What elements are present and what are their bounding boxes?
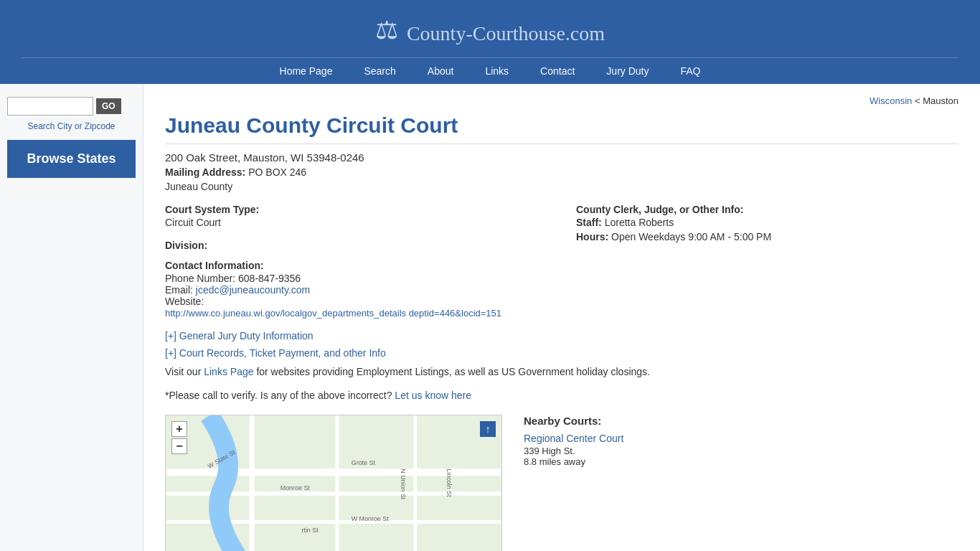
jury-duty-link[interactable]: [+] General Jury Duty Information: [165, 330, 958, 342]
nearby-court-0-distance: 8.8 miles away: [524, 456, 958, 467]
county-name: Juneau County: [165, 181, 958, 192]
staff-label: Staff:: [576, 217, 602, 228]
breadcrumb-city: Mauston: [923, 95, 958, 106]
email-line: Email: jcedc@juneaucounty.com: [165, 284, 547, 296]
svg-text:W Monroe St: W Monroe St: [352, 515, 389, 522]
mailing-address: Mailing Address: PO BOX 246: [165, 166, 958, 178]
map-zoom-in-button[interactable]: +: [171, 421, 187, 437]
court-title: Juneau County Circuit Court: [165, 113, 958, 144]
links-page-link[interactable]: Links Page: [204, 366, 253, 377]
nav-search[interactable]: Search: [348, 58, 411, 84]
go-button[interactable]: GO: [96, 98, 121, 114]
info-left: Court System Type: Circuit Court Divisio…: [165, 204, 547, 319]
site-header: ⚖ County-Courthouse.com Home Page Search…: [0, 0, 980, 84]
nav-contact[interactable]: Contact: [524, 58, 590, 84]
map-svg: W State St Monroe St W Monroe St N Union…: [166, 415, 501, 551]
svg-text:rtin St: rtin St: [301, 527, 319, 534]
mailing-value: PO BOX 246: [248, 166, 306, 178]
main-layout: GO Search City or Zipcode Browse States …: [0, 84, 980, 551]
nearby-court-0-link[interactable]: Regional Center Court: [524, 433, 958, 444]
email-link[interactable]: jcedc@juneaucounty.com: [196, 284, 310, 296]
search-box: GO: [7, 97, 136, 116]
staff-line: Staff: Loretta Roberts: [576, 217, 958, 228]
nav-jury[interactable]: Jury Duty: [590, 58, 664, 84]
main-nav: Home Page Search About Links Contact Jur…: [22, 57, 958, 84]
website-label: Website:: [165, 296, 204, 307]
phone-label: Phone Number:: [165, 273, 235, 284]
records-link[interactable]: [+] Court Records, Ticket Payment, and o…: [165, 347, 958, 359]
brand: ⚖ County-Courthouse.com: [375, 13, 605, 47]
nav-home[interactable]: Home Page: [264, 58, 349, 84]
nearby-courts: Nearby Courts: Regional Center Court 339…: [524, 415, 958, 467]
site-title: County-Courthouse.com: [407, 13, 605, 47]
svg-text:Monroe St: Monroe St: [281, 484, 311, 491]
search-input[interactable]: [7, 97, 93, 116]
contact-label: Contact Information:: [165, 260, 547, 271]
division-label: Division:: [165, 240, 547, 251]
nav-about[interactable]: About: [412, 58, 470, 84]
svg-text:Lincoln St: Lincoln St: [446, 468, 453, 497]
nearby-title: Nearby Courts:: [524, 415, 958, 427]
browse-states-button[interactable]: Browse States: [7, 140, 136, 178]
info-right: County Clerk, Judge, or Other Info: Staf…: [576, 204, 958, 319]
logo-icon: ⚖: [375, 15, 398, 45]
hours-value: Open Weekdays 9:00 AM - 5:00 PM: [611, 231, 771, 242]
verify-text: *Please call to verify. Is any of the ab…: [165, 388, 958, 403]
breadcrumb: Wisconsin < Mauston: [165, 95, 958, 106]
division-value: [165, 253, 547, 260]
breadcrumb-separator: <: [912, 95, 923, 106]
staff-value: Loretta Roberts: [605, 217, 674, 228]
map-container: W State St Monroe St W Monroe St N Union…: [165, 415, 502, 551]
search-label: Search City or Zipcode: [7, 121, 136, 131]
phone-value: 608-847-9356: [238, 273, 301, 284]
info-grid: Court System Type: Circuit Court Divisio…: [165, 204, 958, 319]
email-label: Email:: [165, 284, 193, 296]
sidebar: GO Search City or Zipcode Browse States: [0, 84, 143, 551]
right-col-label: County Clerk, Judge, or Other Info:: [576, 204, 958, 215]
bottom-section: W State St Monroe St W Monroe St N Union…: [165, 415, 958, 551]
main-content: Wisconsin < Mauston Juneau County Circui…: [143, 84, 980, 551]
court-system-value: Circuit Court: [165, 217, 547, 228]
court-address: 200 Oak Street, Mauston, WI 53948-0246: [165, 151, 958, 164]
map-zoom-out-button[interactable]: −: [171, 438, 187, 454]
map-expand-button[interactable]: ↑: [480, 421, 496, 437]
svg-text:Grote St: Grote St: [352, 459, 376, 466]
phone-line: Phone Number: 608-847-9356: [165, 273, 547, 284]
breadcrumb-state[interactable]: Wisconsin: [870, 95, 912, 106]
website-link[interactable]: http://www.co.juneau.wi.gov/localgov_dep…: [165, 308, 501, 319]
links-text: Visit our Links Page for websites provid…: [165, 364, 958, 380]
nearby-court-0-address: 339 High St.: [524, 446, 958, 456]
hours-label: Hours:: [576, 231, 608, 242]
svg-text:N Union St: N Union St: [400, 468, 407, 500]
verify-link[interactable]: Let us know here: [395, 390, 471, 401]
nav-links[interactable]: Links: [469, 58, 524, 84]
website-line: Website: http://www.co.juneau.wi.gov/loc…: [165, 296, 547, 319]
mailing-label: Mailing Address:: [165, 166, 245, 178]
nav-faq[interactable]: FAQ: [664, 58, 716, 84]
court-system-label: Court System Type:: [165, 204, 547, 215]
hours-line: Hours: Open Weekdays 9:00 AM - 5:00 PM: [576, 231, 958, 242]
